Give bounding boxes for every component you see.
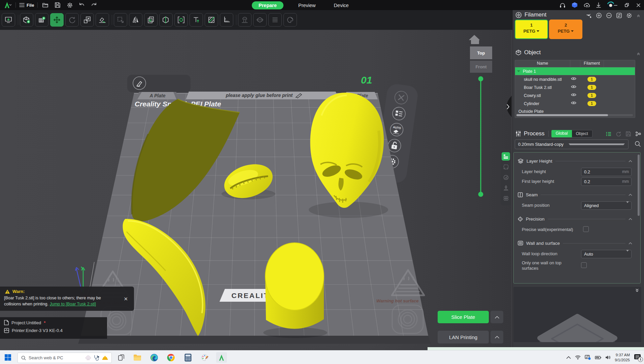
slider-handle-top[interactable] (478, 76, 483, 81)
visibility-eye-icon[interactable] (571, 85, 576, 89)
filament-assignment-badge[interactable]: 1 (587, 77, 596, 82)
tab-prepare[interactable]: Prepare (252, 1, 283, 9)
paint-color-button[interactable] (283, 13, 297, 27)
taskbar-search[interactable]: Search web & PC (18, 353, 112, 363)
print-options-button[interactable] (490, 331, 503, 343)
move-tool-button[interactable] (50, 13, 64, 27)
cut-tool-button[interactable] (253, 13, 267, 27)
filament-change-icon[interactable] (586, 13, 591, 18)
view-front-button[interactable]: Front (470, 61, 492, 73)
scale-tool-button[interactable] (80, 13, 94, 27)
visibility-eye-icon[interactable] (571, 77, 576, 80)
one-click-print-button[interactable] (2, 13, 15, 27)
filament-slot-2[interactable]: 2 PETG (549, 20, 582, 39)
double-chevron-down-icon[interactable] (635, 288, 639, 293)
chevron-up-icon[interactable] (629, 160, 632, 162)
settings-scrollbar[interactable] (638, 154, 640, 282)
split-tool-button[interactable] (159, 13, 173, 27)
visibility-eye-icon[interactable] (571, 101, 576, 105)
collapse-filament-icon[interactable] (637, 14, 640, 18)
table-row[interactable]: Boar Tusk 2.stl 1 (515, 84, 635, 91)
precise-wall-checkbox[interactable] (583, 226, 589, 232)
scope-global-button[interactable]: Global (551, 130, 572, 137)
slice-plate-button[interactable]: Slice Plate (438, 311, 489, 323)
taskbar-clock[interactable]: 9:37 AM 9/1/2025 (615, 353, 630, 363)
redo-button[interactable] (90, 1, 98, 9)
edge-button[interactable] (149, 352, 160, 363)
filament-assignment-badge[interactable]: 1 (587, 85, 596, 90)
file-menu[interactable]: File (19, 3, 34, 8)
tab-support[interactable] (502, 184, 510, 192)
group-seam[interactable]: Seam (518, 191, 632, 198)
open-folder-button[interactable] (41, 1, 50, 9)
filament-assignment-badge[interactable]: 1 (587, 101, 596, 106)
chrome-button[interactable] (166, 352, 176, 363)
paint-support-button[interactable] (238, 13, 251, 27)
add-plate-button[interactable] (35, 13, 48, 27)
share-preset-icon[interactable] (636, 131, 641, 136)
hidden-icons-chevron[interactable] (566, 356, 571, 359)
sync-filament-icon[interactable] (616, 13, 622, 18)
battery-icon[interactable] (595, 356, 601, 360)
mirror-tool-button[interactable] (129, 13, 142, 27)
wall-loop-direction-select[interactable]: Auto (581, 250, 632, 258)
search-preset-icon[interactable] (635, 141, 641, 147)
warning-close-icon[interactable]: ✕ (124, 297, 128, 301)
wifi-icon[interactable] (575, 355, 581, 360)
lay-on-face-button[interactable] (96, 13, 109, 27)
filament-slot-1[interactable]: 1 PETG (515, 20, 548, 39)
arrange-tool-button[interactable] (114, 13, 127, 27)
object-table-scrollbar[interactable] (516, 114, 633, 116)
task-view-button[interactable] (116, 352, 127, 363)
plate-group-row[interactable]: Plate 1 (515, 67, 635, 75)
volume-icon[interactable] (605, 355, 611, 360)
table-row[interactable]: skull no mandible.stl 1 (515, 75, 635, 83)
tab-plate-settings[interactable] (502, 163, 510, 171)
group-precision[interactable]: Precision (518, 215, 632, 223)
download-icon[interactable] (596, 2, 601, 8)
chevron-up-icon[interactable] (629, 242, 632, 244)
creality-logo-icon[interactable] (2, 1, 12, 9)
tab-parameters[interactable] (502, 152, 510, 161)
undo-button[interactable] (77, 1, 86, 9)
slice-options-button[interactable] (490, 311, 503, 323)
preset-dropdown[interactable]: 0.20mm Standard-copy (515, 139, 629, 149)
import-model-button[interactable] (20, 13, 33, 27)
chevron-up-icon[interactable] (629, 194, 632, 196)
reset-icon[interactable] (616, 131, 621, 136)
remove-filament-icon[interactable] (606, 13, 612, 18)
table-row[interactable]: Cowry.stl 1 (515, 92, 635, 99)
only-one-wall-checkbox[interactable] (581, 262, 587, 268)
minimize-button[interactable] (610, 0, 621, 10)
group-layer-height[interactable]: Layer Height (518, 157, 632, 165)
model-cylinder[interactable] (265, 243, 324, 329)
filament-settings-icon[interactable] (626, 13, 632, 18)
rotate-tool-button[interactable] (65, 13, 79, 27)
calculator-button[interactable] (182, 352, 193, 363)
jump-to-model-link[interactable]: Jump to [Boar Tusk 2.stl] (50, 302, 96, 306)
lan-printing-button[interactable]: LAN Printing (438, 331, 489, 343)
tab-others[interactable] (502, 194, 510, 202)
layer-height-input[interactable]: 0.2 mm (581, 168, 632, 176)
collapse-object-icon[interactable] (637, 52, 640, 56)
measure-tool-button[interactable] (220, 13, 233, 27)
add-filament-icon[interactable] (596, 13, 602, 18)
seam-position-select[interactable]: Aligned (581, 201, 632, 210)
slider-handle-bottom[interactable] (478, 192, 483, 197)
save-preset-icon[interactable] (626, 131, 631, 136)
add-text-button[interactable] (190, 13, 203, 27)
tab-device[interactable]: Device (331, 1, 352, 9)
scope-object-button[interactable]: Object (572, 130, 592, 137)
settings-button[interactable] (65, 1, 74, 9)
view-top-button[interactable]: Top (470, 46, 492, 59)
filament-assignment-badge[interactable]: 1 (587, 93, 596, 98)
save-button[interactable] (53, 1, 62, 9)
paint-seam-button[interactable] (205, 13, 218, 27)
file-explorer-button[interactable] (132, 352, 143, 363)
cloud-upload-icon[interactable] (584, 2, 590, 8)
creality-print-button[interactable] (216, 352, 227, 363)
tab-speed[interactable] (502, 173, 510, 181)
layer-preview-button[interactable] (268, 13, 282, 27)
tab-preview[interactable]: Preview (295, 1, 319, 9)
first-layer-height-input[interactable]: 0.2 mm (581, 177, 632, 186)
